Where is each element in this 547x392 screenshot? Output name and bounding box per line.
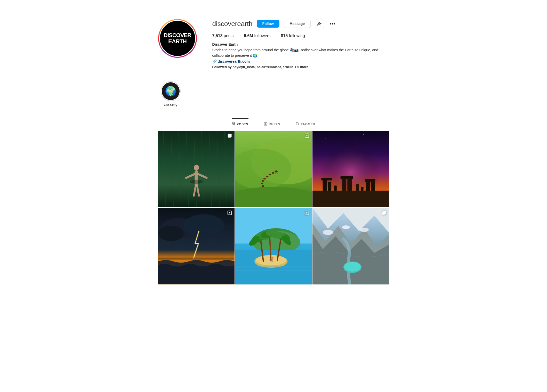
username: discoverearth — [212, 20, 253, 28]
svg-rect-65 — [371, 182, 375, 191]
svg-point-42 — [262, 185, 264, 187]
svg-marker-46 — [307, 135, 308, 136]
bio-link[interactable]: discoverearth.com — [218, 59, 250, 63]
svg-rect-74 — [158, 258, 235, 260]
svg-point-11 — [264, 125, 265, 125]
followers-label: followers — [254, 34, 270, 38]
svg-marker-100 — [307, 212, 308, 214]
bio-section: Discover Earth Stories to bring you hope… — [212, 42, 389, 69]
svg-rect-6 — [234, 124, 235, 125]
bio-link-row: 🔗 discoverearth.com — [212, 59, 389, 63]
svg-point-72 — [183, 214, 224, 237]
svg-point-73 — [158, 226, 184, 241]
svg-point-34 — [235, 187, 312, 207]
svg-point-50 — [333, 136, 333, 136]
bio-text: Stories to bring you hope from around th… — [212, 47, 389, 58]
grid-item-6-inner — [312, 208, 389, 284]
video-post-icon-5 — [304, 210, 309, 216]
svg-point-108 — [323, 230, 333, 235]
multi-post-icon-2 — [304, 133, 309, 139]
followers-count: 6.6M — [244, 34, 253, 38]
tabs-row: POSTS REELS TAGG — [158, 118, 389, 130]
following-count: 815 — [281, 34, 288, 38]
link-icon: 🔗 — [212, 59, 218, 63]
grid-item-2[interactable] — [235, 131, 312, 207]
avatar-ring: DISCOVEREARTH — [158, 19, 197, 58]
highlight-ring-inner: 🌍 — [162, 82, 180, 100]
svg-rect-62 — [347, 179, 352, 191]
svg-rect-96 — [271, 259, 273, 262]
tab-reels[interactable]: REELS — [264, 118, 280, 130]
grid-item-3-inner — [312, 131, 389, 207]
grid-item-4[interactable] — [158, 208, 235, 284]
follow-button[interactable]: Follow — [257, 20, 279, 28]
tab-posts-label: POSTS — [237, 123, 248, 126]
svg-point-54 — [379, 136, 379, 136]
tab-posts[interactable]: POSTS — [232, 118, 248, 130]
message-button[interactable]: Message — [284, 20, 311, 28]
grid-item-3[interactable] — [312, 131, 389, 207]
svg-point-56 — [356, 137, 356, 137]
highlight-ring: 🌍 — [161, 81, 181, 101]
followers-stat[interactable]: 6.6M followers — [244, 34, 270, 38]
svg-point-0 — [318, 22, 320, 23]
grid-item-5[interactable] — [235, 208, 312, 284]
svg-rect-61 — [342, 178, 347, 191]
svg-rect-60 — [321, 178, 332, 181]
svg-point-55 — [323, 146, 323, 146]
highlight-label: Our Story — [164, 103, 177, 107]
svg-point-95 — [271, 257, 274, 259]
grid-item-6[interactable] — [312, 208, 389, 284]
grid-item-5-inner — [235, 208, 312, 284]
svg-point-36 — [272, 172, 274, 174]
more-dots-icon: ••• — [330, 21, 335, 27]
svg-point-12 — [266, 125, 267, 125]
svg-rect-64 — [366, 181, 370, 191]
svg-point-109 — [359, 228, 369, 232]
highlight-globe-icon: 🌍 — [165, 86, 176, 97]
svg-rect-58 — [323, 179, 327, 191]
main-content: DISCOVEREARTH discoverearth Follow Messa… — [153, 11, 394, 284]
posts-tab-icon — [232, 122, 235, 126]
stats-row: 7,513 posts 6.6M followers 815 following — [212, 34, 389, 38]
top-nav — [0, 0, 547, 11]
tab-reels-label: REELS — [269, 123, 280, 126]
svg-rect-63 — [341, 176, 353, 179]
svg-rect-97 — [235, 267, 312, 268]
more-options-button[interactable]: ••• — [328, 20, 337, 28]
svg-point-107 — [344, 262, 361, 272]
svg-rect-59 — [328, 182, 331, 191]
multi-post-icon-6 — [382, 210, 387, 216]
add-person-button[interactable] — [315, 19, 324, 28]
svg-rect-67 — [334, 185, 337, 191]
profile-header: DISCOVEREARTH discoverearth Follow Messa… — [158, 19, 389, 70]
profile-top-row: discoverearth Follow Message ••• — [212, 19, 389, 28]
svg-point-37 — [269, 174, 271, 175]
highlight-item-our-story[interactable]: 🌍 Our Story — [161, 81, 181, 107]
followed-by-users: hayleyb_insta, belairtremblant, arnelle — [232, 65, 293, 69]
svg-point-52 — [363, 134, 364, 135]
reels-tab-icon — [264, 122, 267, 126]
svg-rect-4 — [234, 123, 235, 124]
avatar-section: DISCOVEREARTH — [158, 19, 197, 58]
svg-point-40 — [262, 180, 264, 182]
avatar-inner: DISCOVEREARTH — [159, 20, 196, 57]
svg-rect-66 — [365, 179, 375, 182]
posts-count: 7,513 — [212, 34, 223, 38]
svg-rect-69 — [361, 187, 364, 191]
following-label: following — [289, 34, 305, 38]
bio-name: Discover Earth — [212, 42, 389, 46]
grid-item-2-inner — [235, 131, 312, 207]
following-stat[interactable]: 815 following — [281, 34, 305, 38]
followed-by-more: + 5 more — [294, 65, 308, 69]
grid-item-1[interactable] — [158, 131, 235, 207]
tab-tagged-label: TAGGED — [301, 123, 315, 126]
svg-rect-3 — [232, 123, 233, 124]
svg-point-35 — [275, 170, 278, 173]
avatar-logo-text: DISCOVEREARTH — [164, 32, 191, 45]
followed-by-label: Followed by — [212, 65, 232, 69]
avatar[interactable]: DISCOVEREARTH — [160, 21, 195, 56]
tab-tagged[interactable]: TAGGED — [296, 118, 315, 130]
svg-point-24 — [194, 165, 199, 171]
svg-point-49 — [325, 138, 326, 139]
